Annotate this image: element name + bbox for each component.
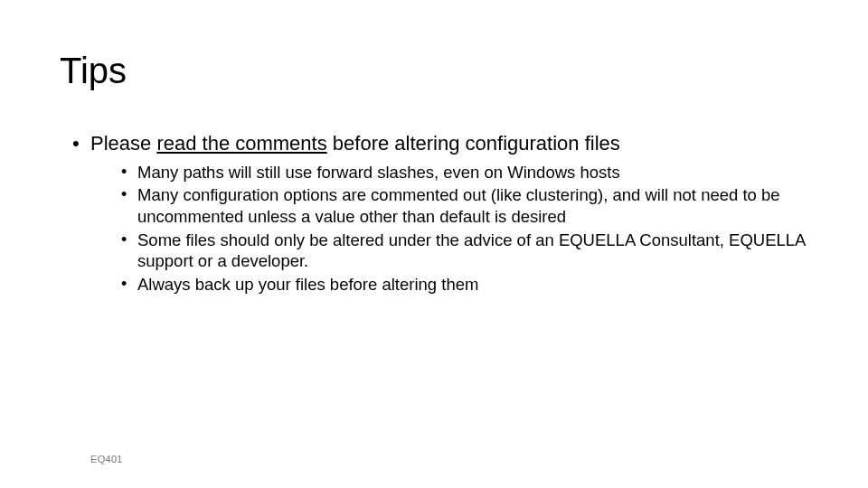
bullet-level1-item: Please read the comments before altering… bbox=[76, 131, 808, 296]
bullet-level2-item: Many configuration options are commented… bbox=[121, 184, 808, 227]
bullet-level2-item: Always back up your files before alterin… bbox=[121, 274, 808, 296]
bullet-list-level2: Many paths will still use forward slashe… bbox=[90, 162, 808, 296]
bullet1-underlined: read the comments bbox=[156, 132, 326, 155]
slide: Tips Please read the comments before alt… bbox=[0, 0, 868, 488]
bullet1-prefix: Please bbox=[90, 132, 156, 155]
footer-code: EQ401 bbox=[90, 454, 123, 465]
bullet1-suffix: before altering configuration files bbox=[327, 132, 620, 155]
bullet-list-level1: Please read the comments before altering… bbox=[60, 131, 808, 296]
bullet-level2-item: Many paths will still use forward slashe… bbox=[121, 162, 808, 183]
bullet-level2-item: Some files should only be altered under … bbox=[121, 230, 808, 272]
slide-title: Tips bbox=[60, 51, 808, 91]
